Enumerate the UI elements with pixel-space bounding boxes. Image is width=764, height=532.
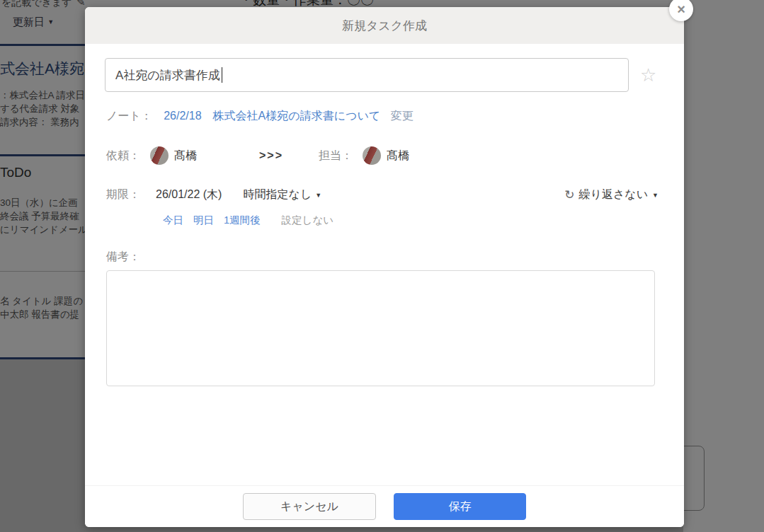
star-icon[interactable]: ☆ (640, 66, 656, 84)
assign-row: 依頼： 髙橋 >>> 担当： 髙橋 (106, 146, 684, 165)
remarks-label: 備考： (106, 250, 140, 262)
task-title-input[interactable]: A社宛の請求書作成 (105, 58, 629, 92)
requester-label: 依頼： (106, 149, 140, 163)
note-link[interactable]: 26/2/18 株式会社A様宛の請求書について (164, 110, 380, 122)
quick-date-row: 今日 明日 1週間後 設定しない (163, 214, 684, 227)
text-cursor (222, 67, 222, 83)
requester-avatar (150, 146, 169, 165)
note-row: ノート： 26/2/18 株式会社A様宛の請求書について 変更 (106, 109, 684, 124)
time-select[interactable]: 時間指定なし ▼ (243, 187, 321, 202)
repeat-icon: ↻ (564, 189, 574, 201)
quick-link-no-setting[interactable]: 設定しない (282, 214, 334, 227)
assignee-name: 髙橋 (387, 149, 409, 163)
assign-arrow: >>> (259, 149, 283, 162)
assignee-label: 担当： (319, 149, 353, 163)
note-label: ノート： (106, 110, 152, 122)
quick-link-week-later[interactable]: 1週間後 (224, 214, 261, 227)
note-change-link[interactable]: 変更 (391, 110, 414, 122)
new-task-modal: × 新規タスク作成 A社宛の請求書作成 ☆ ノート： 26/2/18 株式会社A… (85, 7, 684, 527)
due-date-button[interactable]: 26/01/22 (木) (156, 187, 222, 202)
modal-header: 新規タスク作成 (85, 7, 684, 44)
due-label: 期限： (106, 187, 140, 202)
save-button[interactable]: 保存 (394, 493, 526, 520)
quick-link-today[interactable]: 今日 (163, 214, 183, 227)
caret-down-icon: ▼ (315, 192, 321, 199)
requester-chip[interactable]: 髙橋 (150, 146, 197, 165)
modal-title: 新規タスク作成 (342, 18, 427, 34)
caret-down-icon: ▼ (652, 192, 658, 199)
remarks-textarea[interactable] (106, 270, 655, 386)
modal-footer: キャンセル 保存 (85, 485, 684, 527)
requester-name: 髙橋 (174, 149, 197, 163)
cancel-button[interactable]: キャンセル (243, 493, 376, 520)
close-icon: × (677, 2, 685, 16)
quick-link-tomorrow[interactable]: 明日 (193, 214, 214, 227)
remarks-label-row: 備考： (106, 250, 684, 265)
repeat-select[interactable]: ↻ 繰り返さない ▼ (564, 187, 658, 202)
assignee-avatar (363, 146, 381, 165)
due-row: 期限： 26/01/22 (木) 時間指定なし ▼ ↻ 繰り返さない ▼ (106, 187, 663, 202)
task-title-value: A社宛の請求書作成 (115, 67, 220, 83)
assignee-chip[interactable]: 髙橋 (363, 146, 409, 165)
